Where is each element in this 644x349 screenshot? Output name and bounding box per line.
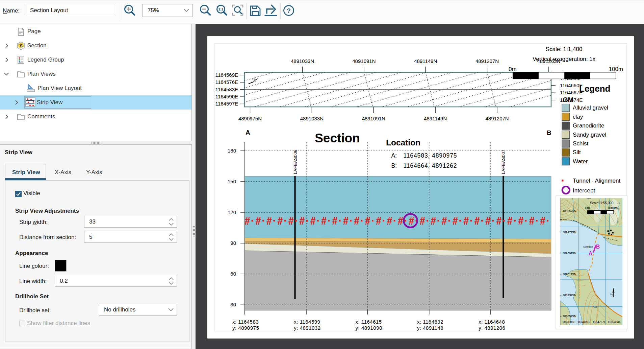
svg-text:B: B — [547, 129, 551, 136]
svg-text:4891775N: 4891775N — [563, 231, 576, 234]
svg-text:Section: Section — [583, 245, 593, 249]
svg-text:Intercept: Intercept — [573, 187, 595, 194]
svg-text:Sandy gravel: Sandy gravel — [573, 132, 606, 138]
svg-text:4891091N: 4891091N — [362, 116, 385, 121]
svg-text:1164576E: 1164576E — [215, 79, 238, 85]
svg-text:1164757E: 1164757E — [593, 320, 606, 324]
svg-text:Granodiorite: Granodiorite — [573, 122, 604, 129]
svg-text:4890975N: 4890975N — [563, 252, 576, 255]
svg-text:4891207N: 4891207N — [485, 116, 509, 121]
svg-text:Alluvial gravel: Alluvial gravel — [573, 104, 608, 111]
svg-text:1:1: 1:1 — [218, 7, 223, 11]
svg-text:4891207N: 4891207N — [475, 58, 499, 64]
svg-text:x: 1164583: x: 1164583 — [232, 319, 259, 325]
svg-text:B:: B: — [391, 162, 397, 169]
svg-text:A:: A: — [391, 152, 397, 159]
svg-text:180: 180 — [228, 148, 236, 154]
svg-text:0m: 0m — [509, 66, 517, 72]
svg-text:x: 1164648: x: 1164648 — [479, 319, 505, 325]
svg-text:Tunnel - Alignment: Tunnel - Alignment — [573, 178, 620, 184]
svg-text:60: 60 — [230, 271, 236, 277]
svg-text:4891033N: 4891033N — [291, 58, 314, 64]
svg-text:Vertical exaggeration: 1x: Vertical exaggeration: 1x — [533, 56, 596, 62]
svg-text:Silt: Silt — [573, 149, 581, 156]
svg-text:LAFEAS007: LAFEAS007 — [501, 149, 506, 174]
svg-text:1164583, 4890975: 1164583, 4890975 — [403, 152, 457, 159]
svg-text:1163805E: 1163805E — [562, 320, 575, 324]
svg-text:Location: Location — [386, 138, 420, 147]
svg-text:1165333E: 1165333E — [608, 320, 621, 324]
svg-text:1164590E: 1164590E — [215, 94, 238, 99]
svg-text:4891033N: 4891033N — [300, 116, 324, 121]
svg-text:4889375N: 4889375N — [563, 294, 576, 297]
svg-text:1000m: 1000m — [607, 206, 618, 210]
svg-text:1164181E: 1164181E — [577, 320, 591, 324]
svg-text:120: 120 — [228, 209, 236, 215]
svg-text:1164597E: 1164597E — [215, 101, 238, 107]
svg-text:4890975N: 4890975N — [238, 116, 262, 121]
svg-text:x: 1164615: x: 1164615 — [356, 319, 382, 325]
svg-text:B: B — [596, 244, 600, 250]
svg-text:4891149N: 4891149N — [414, 58, 437, 64]
svg-text:4891149N: 4891149N — [424, 116, 447, 121]
svg-text:0m: 0m — [585, 206, 590, 210]
svg-text:1164664, 4891262: 1164664, 4891262 — [403, 162, 457, 169]
svg-text:x: 1164632: x: 1164632 — [417, 319, 443, 325]
svg-text:?: ? — [287, 7, 291, 14]
svg-text:y: 4890975: y: 4890975 — [232, 325, 259, 331]
svg-text:30: 30 — [230, 302, 236, 307]
svg-text:150: 150 — [228, 179, 236, 184]
svg-text:y: 4891148: y: 4891148 — [417, 325, 443, 331]
svg-text:Legend: Legend — [579, 84, 610, 94]
svg-text:N: N — [610, 293, 612, 296]
svg-text:A: A — [246, 129, 250, 136]
svg-text:1164569E: 1164569E — [215, 72, 238, 78]
svg-text:Scale: 1:1,400: Scale: 1:1,400 — [546, 46, 583, 52]
svg-text:LAFEAS006: LAFEAS006 — [293, 149, 298, 174]
svg-text:A: A — [589, 251, 593, 256]
svg-text:y: 4891206: y: 4891206 — [479, 325, 505, 331]
svg-text:4888575N: 4888575N — [563, 315, 576, 318]
svg-text:Scale: 1:55,000: Scale: 1:55,000 — [590, 201, 614, 205]
svg-text:Schist: Schist — [573, 140, 589, 147]
svg-text:GM: GM — [563, 96, 573, 103]
svg-text:S: S — [20, 43, 23, 48]
svg-text:y: 4891090: y: 4891090 — [356, 325, 382, 331]
svg-text:Water: Water — [573, 158, 588, 165]
svg-text:246: 246 — [592, 306, 597, 309]
svg-text:1164583E: 1164583E — [215, 87, 238, 92]
svg-text:90: 90 — [230, 240, 236, 246]
svg-text:clay: clay — [573, 114, 583, 120]
svg-text:x: 1164599: x: 1164599 — [294, 319, 320, 325]
svg-text:4890175N: 4890175N — [563, 273, 576, 276]
svg-text:4891091N: 4891091N — [352, 58, 376, 64]
svg-text:4892575N: 4892575N — [563, 209, 576, 213]
svg-text:y: 4891032: y: 4891032 — [294, 325, 320, 331]
svg-text:100m: 100m — [609, 66, 623, 72]
svg-text:Section: Section — [315, 131, 360, 145]
